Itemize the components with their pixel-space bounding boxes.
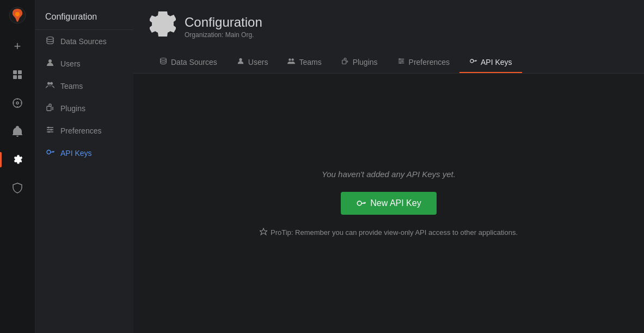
protip-icon bbox=[260, 228, 267, 237]
tab-plugins-icon bbox=[341, 57, 349, 66]
main-content: Configuration Organization: Main Org. Da… bbox=[133, 0, 644, 333]
protip-text: ProTip: Remember you can provide view-on… bbox=[260, 228, 518, 237]
svg-point-12 bbox=[47, 37, 53, 40]
api-keys-menu-icon bbox=[45, 148, 55, 158]
svg-rect-34 bbox=[342, 60, 346, 64]
svg-point-24 bbox=[51, 129, 52, 131]
teams-menu-label: Teams bbox=[60, 82, 83, 90]
dashboard-icon[interactable] bbox=[0, 60, 35, 89]
tab-users-icon bbox=[237, 57, 244, 66]
app-logo[interactable] bbox=[0, 0, 35, 30]
tab-plugins[interactable]: Plugins bbox=[332, 52, 388, 73]
svg-rect-16 bbox=[47, 106, 51, 111]
svg-point-13 bbox=[48, 59, 52, 63]
gear-nav-icon[interactable] bbox=[0, 146, 35, 174]
plugins-menu-label: Plugins bbox=[60, 104, 85, 113]
protip-content: ProTip: Remember you can provide view-on… bbox=[271, 228, 518, 237]
svg-rect-4 bbox=[13, 75, 17, 79]
svg-point-23 bbox=[48, 127, 50, 129]
shield-nav-icon[interactable] bbox=[0, 174, 35, 202]
tab-teams-icon bbox=[287, 57, 295, 66]
bell-icon[interactable] bbox=[0, 117, 35, 146]
data-sources-menu-icon bbox=[45, 36, 55, 46]
svg-point-15 bbox=[50, 82, 53, 85]
svg-rect-5 bbox=[18, 75, 22, 79]
users-menu-label: Users bbox=[60, 59, 81, 68]
svg-point-31 bbox=[239, 58, 242, 61]
tab-teams[interactable]: Teams bbox=[278, 52, 331, 73]
new-api-key-button[interactable]: New API Key bbox=[341, 192, 436, 215]
empty-state-message: You haven't added any API Keys yet. bbox=[322, 169, 456, 179]
page-subtitle: Organization: Main Org. bbox=[185, 31, 262, 39]
plugins-menu-item[interactable]: Plugins bbox=[35, 97, 133, 119]
svg-point-30 bbox=[161, 58, 167, 60]
svg-point-42 bbox=[399, 62, 401, 64]
tab-data-sources-label: Data Sources bbox=[171, 58, 217, 66]
svg-rect-3 bbox=[18, 70, 22, 74]
tab-plugins-label: Plugins bbox=[353, 58, 378, 66]
data-sources-menu-item[interactable]: Data Sources bbox=[35, 30, 133, 52]
svg-point-7 bbox=[16, 102, 19, 104]
new-api-key-label: New API Key bbox=[370, 198, 421, 208]
users-menu-icon bbox=[45, 58, 55, 69]
plugins-menu-icon bbox=[45, 103, 55, 113]
svg-point-47 bbox=[358, 201, 362, 205]
preferences-menu-icon bbox=[45, 125, 55, 136]
svg-point-32 bbox=[289, 58, 291, 60]
tab-data-sources[interactable]: Data Sources bbox=[150, 52, 227, 73]
tab-api-keys-icon bbox=[469, 57, 477, 66]
users-menu-item[interactable]: Users bbox=[35, 52, 133, 75]
tab-users[interactable]: Users bbox=[227, 52, 278, 73]
tab-preferences[interactable]: Preferences bbox=[388, 52, 459, 73]
tab-data-sources-icon bbox=[160, 57, 167, 66]
tab-users-label: Users bbox=[248, 58, 268, 66]
tab-preferences-icon bbox=[397, 57, 405, 66]
teams-menu-icon bbox=[45, 81, 55, 91]
sidebar-menu-title: Configuration bbox=[35, 0, 133, 30]
data-sources-menu-label: Data Sources bbox=[60, 37, 107, 46]
svg-point-14 bbox=[47, 82, 50, 85]
page-title: Configuration bbox=[185, 15, 262, 30]
svg-rect-2 bbox=[13, 70, 17, 74]
compass-icon[interactable] bbox=[0, 89, 35, 117]
content-area: You haven't added any API Keys yet. New … bbox=[133, 74, 644, 333]
config-gear-icon bbox=[150, 11, 176, 42]
svg-point-33 bbox=[292, 58, 294, 60]
svg-point-25 bbox=[48, 131, 50, 133]
svg-point-26 bbox=[47, 150, 51, 154]
svg-point-40 bbox=[399, 58, 401, 60]
sidebar-narrow: + bbox=[0, 0, 35, 333]
tab-preferences-label: Preferences bbox=[409, 58, 450, 66]
svg-point-41 bbox=[401, 60, 403, 62]
preferences-menu-item[interactable]: Preferences bbox=[35, 119, 133, 142]
api-keys-menu-label: API Keys bbox=[60, 149, 92, 158]
tab-api-keys-label: API Keys bbox=[481, 58, 512, 66]
api-keys-menu-item[interactable]: API Keys bbox=[35, 142, 133, 164]
svg-point-1 bbox=[15, 12, 20, 16]
tab-teams-label: Teams bbox=[299, 58, 321, 66]
add-icon[interactable]: + bbox=[0, 32, 35, 60]
sidebar-expanded: Configuration Data Sources Users bbox=[35, 0, 133, 333]
svg-point-6 bbox=[13, 99, 22, 107]
svg-marker-51 bbox=[260, 228, 267, 235]
tab-api-keys[interactable]: API Keys bbox=[459, 52, 522, 73]
tabs-bar: Data Sources Users bbox=[150, 52, 628, 73]
page-header: Configuration Organization: Main Org. Da… bbox=[133, 0, 644, 74]
svg-point-43 bbox=[470, 59, 474, 63]
header-title-group: Configuration Organization: Main Org. bbox=[185, 15, 262, 39]
new-api-key-icon bbox=[356, 198, 366, 208]
teams-menu-item[interactable]: Teams bbox=[35, 75, 133, 97]
preferences-menu-label: Preferences bbox=[60, 126, 101, 135]
